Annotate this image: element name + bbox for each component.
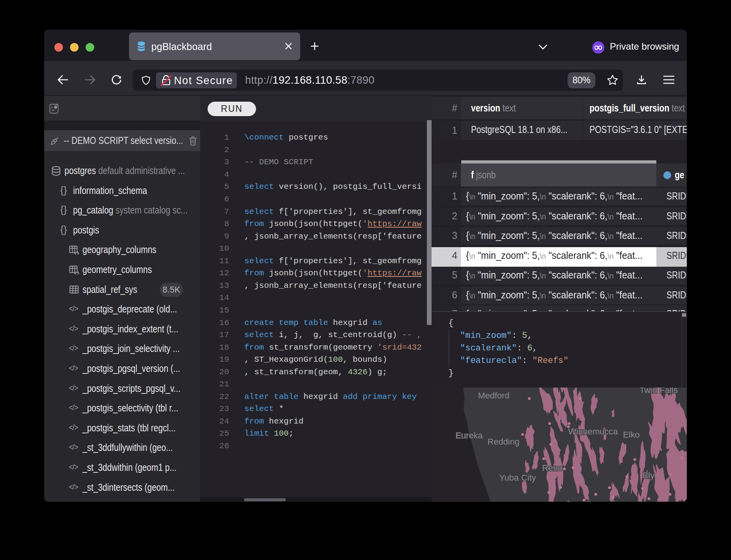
svg-text:Reno: Reno <box>542 463 563 473</box>
svg-text:Redding: Redding <box>487 437 520 447</box>
svg-text:Winnemucca: Winnemucca <box>568 427 618 436</box>
svg-text:Yuba City: Yuba City <box>499 473 536 483</box>
svg-text:Ely: Ely <box>643 470 655 480</box>
svg-text:Elko: Elko <box>623 430 640 440</box>
svg-text:Tonopah: Tonopah <box>586 499 618 502</box>
svg-text:Twin Falls: Twin Falls <box>640 388 678 395</box>
svg-text:Eureka: Eureka <box>455 431 483 440</box>
svg-text:Medford: Medford <box>478 391 510 400</box>
